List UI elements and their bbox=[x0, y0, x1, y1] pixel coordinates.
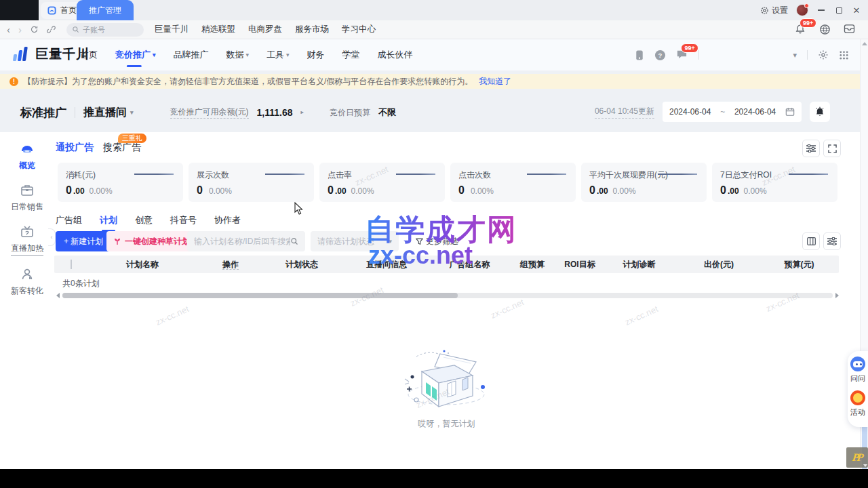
tab-creatives[interactable]: 创意 bbox=[135, 214, 153, 231]
hscroll-left-arrow[interactable] bbox=[56, 293, 60, 298]
screen-recorder-logo[interactable]: PP bbox=[846, 447, 868, 468]
ai-assistant-label[interactable]: 问问 bbox=[850, 373, 865, 384]
activity-icon[interactable] bbox=[850, 390, 865, 405]
search-icon[interactable] bbox=[290, 237, 298, 245]
bookmark-link[interactable]: 电商罗盘 bbox=[248, 24, 282, 35]
overview-icon bbox=[19, 142, 35, 157]
bookmark-link[interactable]: 学习中心 bbox=[342, 24, 376, 35]
workspace-icon[interactable] bbox=[844, 24, 856, 36]
active-tab-label: 推广管理 bbox=[89, 5, 121, 16]
tab-collaborators[interactable]: 协作者 bbox=[214, 214, 241, 231]
chevron-down-icon: ▾ bbox=[286, 52, 290, 58]
sparkline bbox=[396, 174, 435, 175]
fullscreen-button[interactable] bbox=[823, 140, 841, 157]
scene-selector[interactable]: 推直播间▾ bbox=[83, 106, 134, 120]
browser-search-input[interactable] bbox=[83, 26, 130, 34]
notifications-bell-button[interactable]: 99+ bbox=[795, 24, 807, 36]
back-button[interactable]: ‹ bbox=[7, 24, 10, 35]
maximize-button[interactable] bbox=[834, 5, 844, 15]
hscroll-thumb[interactable] bbox=[62, 293, 458, 298]
link-icon[interactable] bbox=[47, 25, 56, 34]
plan-status-input[interactable] bbox=[317, 237, 389, 246]
chevron-right-icon[interactable]: ▾ bbox=[299, 111, 306, 115]
nav-item-home[interactable]: 首页 bbox=[80, 49, 98, 61]
stat-card-cost[interactable]: 消耗(元) 0.000.00% bbox=[58, 163, 183, 202]
more-filters-button[interactable]: 更多筛选 bbox=[416, 236, 458, 247]
date-start: 2024-06-04 bbox=[669, 107, 711, 117]
bookmark-link[interactable]: 巨量千川 bbox=[155, 24, 189, 35]
select-all-checkbox[interactable] bbox=[54, 260, 88, 269]
browser-assistant-icon[interactable] bbox=[819, 24, 831, 36]
table-settings-button[interactable] bbox=[823, 232, 841, 250]
bookmark-link[interactable]: 服务市场 bbox=[295, 24, 329, 35]
stat-card-clicks[interactable]: 点击次数 00.00% bbox=[450, 163, 576, 202]
bookmark-link[interactable]: 精选联盟 bbox=[201, 24, 235, 35]
forward-button[interactable]: › bbox=[18, 24, 22, 35]
seed-plan-button[interactable]: 一键创建种草计划 bbox=[106, 231, 197, 251]
new-plan-button[interactable]: + 新建计划 bbox=[56, 231, 111, 251]
banner-acknowledge-link[interactable]: 我知道了 bbox=[479, 76, 511, 87]
ai-assistant-icon[interactable] bbox=[850, 357, 865, 371]
tab-douyin-account[interactable]: 抖音号 bbox=[170, 214, 197, 231]
hscroll-right-arrow[interactable] bbox=[835, 293, 839, 298]
mobile-app-icon[interactable] bbox=[635, 49, 644, 61]
nav-item-brand-promo[interactable]: 品牌推广 bbox=[174, 49, 209, 61]
browser-tab-active[interactable]: 推广管理 bbox=[77, 0, 134, 20]
nav-item-tools[interactable]: 工具▾ bbox=[267, 49, 290, 61]
nav-item-bidding[interactable]: 竞价推广▾ bbox=[115, 49, 156, 61]
stat-card-roi[interactable]: 7日总支付ROI 0.000.00% bbox=[712, 163, 837, 202]
sidebar-item-label: 概览 bbox=[19, 160, 35, 171]
sidebar-item-daily-sales[interactable]: 日常销售 bbox=[11, 183, 43, 213]
stat-card-ctr[interactable]: 点击率 0.000.00% bbox=[319, 163, 445, 202]
nav-item-finance[interactable]: 财务 bbox=[307, 49, 325, 61]
nav-item-partner[interactable]: 成长伙伴 bbox=[378, 49, 413, 61]
sprout-icon bbox=[113, 237, 121, 245]
browser-tabstrip: 首页 推广管理 设置 ✕ bbox=[0, 0, 868, 20]
sidebar-item-overview[interactable]: 概览 bbox=[19, 142, 35, 171]
box-icon bbox=[20, 183, 35, 198]
apps-grid-icon[interactable] bbox=[839, 50, 849, 60]
account-dropdown[interactable]: ▾ bbox=[793, 51, 797, 60]
activity-label[interactable]: 活动 bbox=[850, 407, 865, 418]
tab-plans[interactable]: 计划 bbox=[100, 214, 117, 231]
page-title: 标准推广 bbox=[20, 105, 66, 121]
sidebar-collapse-handle[interactable]: ‹ bbox=[48, 228, 56, 246]
column-bid: 出价(元) bbox=[678, 259, 760, 270]
stat-card-cpm[interactable]: 平均千次展现费用(元) 0.000.00% bbox=[581, 163, 707, 202]
settings-gear-icon[interactable] bbox=[818, 49, 829, 60]
chart-settings-button[interactable] bbox=[802, 140, 820, 157]
browser-settings-button[interactable]: 设置 bbox=[760, 5, 788, 16]
browser-search-box[interactable] bbox=[66, 23, 144, 37]
chevron-down-icon: ▾ bbox=[153, 52, 156, 58]
nav-item-academy[interactable]: 学堂 bbox=[342, 49, 360, 61]
vscroll-up-arrow[interactable] bbox=[862, 42, 867, 45]
avatar[interactable] bbox=[796, 4, 808, 16]
brand[interactable]: 巨量千川 bbox=[12, 45, 90, 63]
sidebar-item-live-heating[interactable]: 直播加热 bbox=[11, 224, 43, 256]
minimize-button[interactable] bbox=[816, 5, 826, 15]
table-columns-button[interactable] bbox=[802, 232, 820, 250]
close-button[interactable]: ✕ bbox=[852, 5, 861, 15]
tab-ad-groups[interactable]: 广告组 bbox=[56, 214, 82, 231]
bell-badge: 99+ bbox=[800, 18, 816, 28]
tab-universal-ads[interactable]: 通投广告 bbox=[56, 142, 94, 154]
chevron-down-icon: ▾ bbox=[389, 238, 392, 245]
tab-search-ads[interactable]: 搜索广告 bbox=[103, 142, 141, 154]
horizontal-scrollbar[interactable] bbox=[62, 293, 833, 298]
app-navbar: 巨量千川 首页 竞价推广▾ 品牌推广 数据▾ 工具▾ 财务 学堂 成长伙伴 ? … bbox=[0, 39, 860, 70]
plan-search-input[interactable] bbox=[194, 237, 290, 246]
date-range-picker[interactable]: 2024-06-04 ~ 2024-06-04 bbox=[663, 102, 802, 122]
funnel-icon bbox=[416, 238, 423, 245]
taskbar-black-strip bbox=[0, 469, 868, 488]
sidebar-item-new-customer[interactable]: 新客转化 bbox=[11, 267, 43, 297]
alert-bell-button[interactable] bbox=[810, 102, 830, 122]
plan-search-box[interactable] bbox=[187, 231, 305, 251]
date-end: 2024-06-04 bbox=[734, 107, 776, 117]
refresh-button[interactable] bbox=[30, 25, 39, 34]
plan-status-filter[interactable]: ▾ bbox=[311, 231, 399, 251]
messages-icon[interactable]: 99+ bbox=[676, 49, 688, 61]
nav-item-data[interactable]: 数据▾ bbox=[226, 49, 250, 61]
column-group-budget: 组预算 bbox=[505, 259, 559, 270]
stat-card-impressions[interactable]: 展示次数 00.00% bbox=[189, 163, 314, 202]
help-icon[interactable]: ? bbox=[654, 49, 666, 61]
